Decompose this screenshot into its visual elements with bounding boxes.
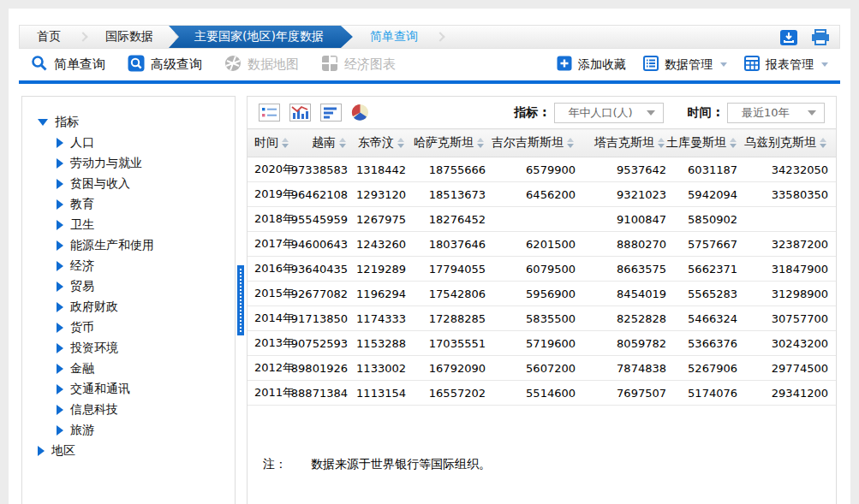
caret-down-icon <box>38 119 48 126</box>
value-cell: 18037646 <box>406 232 486 257</box>
sort-header[interactable]: 塔吉克斯坦 <box>594 135 666 151</box>
breadcrumb-international-data[interactable]: 国际数据 <box>88 26 170 48</box>
value-cell: 9537642 <box>576 157 666 182</box>
tree-node-旅游[interactable]: 旅游 <box>22 420 235 441</box>
table-row: 2012年89801926113300216792090560720078748… <box>248 356 836 381</box>
report-manage-label: 报表管理 <box>766 57 814 73</box>
tree-node-label: 劳动力与就业 <box>70 156 142 171</box>
data-map-button[interactable]: 数据地图 <box>224 55 299 75</box>
data-panel: 指标 : 年中人口(人) 时间 : 最近10年 时间越南东帝汶哈萨克斯坦吉尔吉斯… <box>247 96 837 504</box>
tree-node-贫困与收入[interactable]: 贫困与收入 <box>22 174 235 194</box>
manage-toolbar: 添加收藏 数据管理 <box>557 56 828 74</box>
value-cell: 92677082 <box>288 282 348 306</box>
bar-chart-view-icon[interactable] <box>289 104 311 122</box>
list-view-icon[interactable] <box>259 104 280 122</box>
value-cell: 9100847 <box>576 207 666 232</box>
tree-node-交通和通讯[interactable]: 交通和通讯 <box>22 379 235 400</box>
active-tab-label: 主要国家(地区)年度数据 <box>194 29 324 44</box>
value-cell: 29341200 <box>737 381 836 406</box>
table-row: 2013年90752593115328817035551571960080597… <box>248 331 836 356</box>
column-header-label: 乌兹别克斯坦 <box>744 135 816 151</box>
caret-right-icon <box>57 261 63 271</box>
caret-right-icon <box>57 323 63 333</box>
data-manage-button[interactable]: 数据管理 <box>643 56 727 74</box>
value-cell: 5174076 <box>666 381 737 406</box>
value-cell: 17288285 <box>406 306 486 331</box>
sort-header[interactable]: 哈萨克斯坦 <box>414 135 486 151</box>
value-cell: 1196294 <box>348 282 406 306</box>
sort-header[interactable]: 时间 <box>254 135 290 151</box>
tree-node-贸易[interactable]: 贸易 <box>22 276 235 297</box>
pie-chart-view-icon[interactable] <box>351 104 369 122</box>
tree-node-教育[interactable]: 教育 <box>22 194 235 215</box>
caret-right-icon <box>57 425 63 436</box>
download-icon[interactable] <box>778 28 799 47</box>
value-cell: 16557202 <box>406 381 486 406</box>
column-header-label: 塔吉克斯坦 <box>594 135 654 151</box>
tree-node-能源生产和使用[interactable]: 能源生产和使用 <box>22 235 235 256</box>
value-cell: 1113154 <box>348 381 406 406</box>
value-cell: 93640435 <box>288 257 348 282</box>
splitter-handle[interactable] <box>237 265 244 335</box>
tree-node-信息科技[interactable]: 信息科技 <box>22 400 235 420</box>
column-header-塔吉克斯坦: 塔吉克斯坦 <box>576 129 666 157</box>
hbar-view-icon[interactable] <box>320 104 342 122</box>
column-header-越南: 越南 <box>288 129 348 157</box>
sort-header[interactable]: 越南 <box>312 135 348 151</box>
simple-query-button[interactable]: 简单查询 <box>31 55 105 75</box>
tree-node-劳动力与就业[interactable]: 劳动力与就业 <box>22 153 235 174</box>
query-toolbar: 简单查询 高级查询 数据地图 <box>19 49 840 80</box>
caret-right-icon <box>57 384 63 394</box>
tree-node-经济[interactable]: 经济 <box>22 256 235 276</box>
chevron-down-icon <box>808 110 816 116</box>
tree-node-指标[interactable]: 指标 <box>22 112 235 133</box>
value-cell: 7874838 <box>576 356 666 381</box>
value-cell: 8059782 <box>576 331 666 356</box>
sort-header[interactable]: 吉尔吉斯斯坦 <box>492 135 576 151</box>
tree-node-政府财政[interactable]: 政府财政 <box>22 297 235 317</box>
print-icon[interactable] <box>810 28 831 47</box>
plus-icon <box>557 56 572 74</box>
simple-query-label: 简单查询 <box>54 56 105 73</box>
table-row: 2016年93640435121928917794055607950086635… <box>248 257 836 282</box>
tree-node-货币[interactable]: 货币 <box>22 317 235 338</box>
value-cell: 5719600 <box>486 331 576 356</box>
value-cell: 6031187 <box>666 157 737 182</box>
time-select[interactable]: 最近10年 <box>727 103 825 123</box>
advanced-query-button[interactable]: 高级查询 <box>128 55 202 75</box>
indicator-select[interactable]: 年中人口(人) <box>554 103 664 123</box>
tree-node-地区[interactable]: 地区 <box>22 441 235 461</box>
value-cell: 5607200 <box>486 356 576 381</box>
tree-node-label: 旅游 <box>70 423 94 438</box>
breadcrumb-simple-query[interactable]: 简单查询 <box>353 26 435 48</box>
value-cell: 97338583 <box>288 157 348 182</box>
report-manage-button[interactable]: 报表管理 <box>744 56 828 74</box>
breadcrumb-home[interactable]: 首页 <box>20 26 78 48</box>
economy-chart-icon <box>321 55 338 75</box>
tree-node-label: 贫困与收入 <box>70 176 130 192</box>
value-cell: 17794055 <box>406 257 486 282</box>
sort-header[interactable]: 东帝汶 <box>358 135 406 151</box>
data-manage-label: 数据管理 <box>665 57 713 73</box>
caret-right-icon <box>57 240 63 251</box>
sort-header[interactable]: 乌兹别克斯坦 <box>744 135 828 151</box>
sort-header[interactable]: 土库曼斯坦 <box>666 135 738 151</box>
indicator-filter-label: 指标 : <box>514 105 546 121</box>
value-cell: 16792090 <box>406 356 486 381</box>
economy-chart-button[interactable]: 经济图表 <box>321 55 396 75</box>
value-cell: 32387200 <box>737 232 836 257</box>
tree-node-label: 能源生产和使用 <box>70 238 154 253</box>
tree-node-投资环境[interactable]: 投资环境 <box>22 338 235 359</box>
tree-node-label: 交通和通讯 <box>70 382 130 397</box>
data-map-icon <box>224 55 242 75</box>
data-map-label: 数据地图 <box>248 56 299 73</box>
sort-arrows-icon <box>658 138 665 148</box>
caret-right-icon <box>57 158 63 169</box>
tree-node-金融[interactable]: 金融 <box>22 359 235 379</box>
tree-node-卫生[interactable]: 卫生 <box>22 215 235 235</box>
sort-arrows-icon <box>567 138 574 148</box>
tree-node-label: 金融 <box>70 361 94 377</box>
breadcrumb-active-tab[interactable]: 主要国家(地区)年度数据 <box>169 26 353 48</box>
add-favorite-button[interactable]: 添加收藏 <box>557 56 626 74</box>
tree-node-人口[interactable]: 人口 <box>22 133 235 153</box>
